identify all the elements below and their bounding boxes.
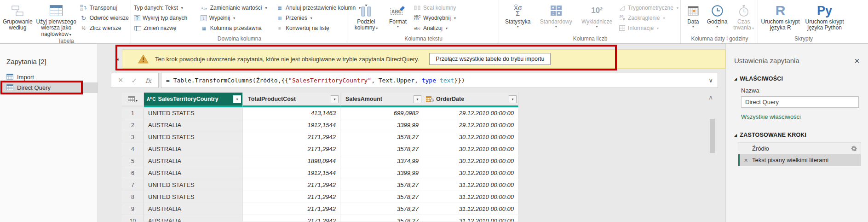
scroll-up-icon[interactable]: ∧ (708, 93, 713, 101)
group-by-button[interactable]: Grupowanie według (3, 1, 33, 31)
table-row[interactable]: 8 UNITED STATES 2171,2942 3578,27 31.12.… (122, 191, 518, 203)
cell-date[interactable]: 30.12.2010 00:00:00 (423, 143, 518, 155)
cell-date[interactable]: 30.12.2010 00:00:00 (423, 131, 518, 143)
filter-dropdown-button[interactable]: ▾ (233, 95, 241, 103)
applied-step-source[interactable]: Źródło (738, 143, 861, 154)
scientific-button[interactable]: 10² Wykładnicze ▾ (578, 1, 615, 28)
count-rows-button[interactable]: ½ Zlicz wiersze (80, 24, 129, 32)
applied-step-uppercase[interactable]: × Tekst pisany wielkimi literami (738, 154, 861, 166)
cell-cost[interactable]: 413,1463 (243, 107, 340, 119)
table-row[interactable]: 2 AUSTRALIA 1912,1544 3399,99 29.12.2010… (122, 119, 518, 131)
cell-cost[interactable]: 2171,2942 (243, 143, 340, 155)
cell-amount[interactable]: 699,0982 (340, 107, 423, 119)
check-icon[interactable]: ✓ (131, 76, 137, 85)
run-python-script-button[interactable]: Py Uruchom skrypt języka Python (803, 1, 846, 31)
query-name-input[interactable] (741, 96, 859, 108)
table-row[interactable]: 10 AUSTRALIA 2171,2942 3578,27 31.12.201… (122, 215, 518, 222)
split-column-button[interactable]: Podziel kolumny▾ (350, 1, 382, 31)
replace-values-button[interactable]: ¹↓₂ Zamienianie wartości ▾ (201, 4, 273, 12)
transpose-button[interactable]: Transponuj (80, 4, 129, 12)
cell-cost[interactable]: 2171,2942 (243, 179, 340, 191)
cell-amount[interactable]: 3578,27 (340, 203, 423, 215)
cell-country[interactable]: AUSTRALIA (144, 215, 243, 222)
standard-button[interactable]: Standardowy ▾ (536, 1, 575, 28)
filter-dropdown-button[interactable]: ▾ (509, 95, 517, 103)
cell-amount[interactable]: 3399,99 (340, 119, 423, 131)
cell-date[interactable]: 29.12.2010 00:00:00 (423, 107, 518, 119)
information-button[interactable]: Informacje ▾ (618, 24, 678, 32)
cell-amount[interactable]: 3578,27 (340, 179, 423, 191)
select-all-corner[interactable]: ▾ (122, 93, 144, 107)
statistics-button[interactable]: X̄σΣ Statystyka ▾ (502, 1, 534, 28)
filter-dropdown-button[interactable]: ▾ (331, 95, 339, 103)
use-first-row-button[interactable]: Użyj pierwszego wiersza jako nagłówków▾ (35, 1, 77, 37)
cell-date[interactable]: 31.12.2010 00:00:00 (423, 191, 518, 203)
convert-to-list-button[interactable]: ≡ Konwertuj na listę (276, 24, 345, 32)
switch-to-import-button[interactable]: Przełącz wszystkie tabele do trybu impor… (429, 53, 551, 65)
delete-step-icon[interactable]: × (740, 157, 752, 164)
expand-formula-icon[interactable]: ∨ (708, 77, 713, 84)
run-r-script-button[interactable]: R Uruchom skrypt języka R (761, 1, 800, 31)
trigonometry-button[interactable]: Trygonometryczne ▾ (618, 4, 678, 12)
query-item-direct-query[interactable]: Direct Query (0, 82, 98, 93)
properties-section-header[interactable]: ◢ WŁAŚCIWOŚCI (734, 76, 860, 82)
duration-button[interactable]: Czas trwania▾ (731, 1, 756, 31)
cell-country[interactable]: AUSTRALIA (144, 203, 243, 215)
cell-date[interactable]: 30.12.2010 00:00:00 (423, 155, 518, 167)
table-row[interactable]: 7 UNITED STATES 2171,2942 3578,27 31.12.… (122, 179, 518, 191)
cell-cost[interactable]: 2171,2942 (243, 191, 340, 203)
close-icon[interactable]: × (854, 57, 860, 64)
pivot-column-button[interactable]: ▦ Kolumna przestawna (201, 24, 273, 32)
cell-country[interactable]: UNITED STATES (144, 191, 243, 203)
column-header-salesterritorycountry[interactable]: ABC SalesTerritoryCountry ▾ (144, 93, 243, 107)
cell-country[interactable]: UNITED STATES (144, 107, 243, 119)
table-row[interactable]: 5 AUSTRALIA 1898,0944 3374,99 30.12.2010… (122, 155, 518, 167)
cell-cost[interactable]: 2171,2942 (243, 203, 340, 215)
cell-cost[interactable]: 1912,1544 (243, 119, 340, 131)
move-button[interactable]: ▥ Przenieś ▾ (276, 14, 345, 22)
query-item-import[interactable]: Import (0, 72, 98, 82)
cell-country[interactable]: UNITED STATES (144, 179, 243, 191)
gear-icon[interactable] (851, 146, 857, 152)
cell-country[interactable]: AUSTRALIA (144, 119, 243, 131)
fx-icon[interactable]: fx (145, 77, 151, 84)
vertical-scrollbar-thumb[interactable] (710, 119, 715, 153)
cell-cost[interactable]: 1898,0944 (243, 155, 340, 167)
column-header-totalproductcost[interactable]: TotalProductCost ▾ (243, 93, 340, 107)
all-properties-link[interactable]: Wszystkie właściwości (741, 113, 801, 120)
table-row[interactable]: 3 UNITED STATES 2171,2942 3578,27 30.12.… (122, 131, 518, 143)
cell-cost[interactable]: 2171,2942 (243, 131, 340, 143)
cell-date[interactable]: 31.12.2010 00:00:00 (423, 203, 518, 215)
filter-dropdown-button[interactable]: ▾ (414, 95, 421, 103)
applied-steps-section-header[interactable]: ◢ ZASTOSOWANE KROKI (734, 132, 860, 138)
table-row[interactable]: 4 AUSTRALIA 2171,2942 3578,27 30.12.2010… (122, 143, 518, 155)
reverse-rows-button[interactable]: ↻ Odwróć wiersze (80, 14, 129, 22)
rounding-button[interactable]: .00→.0 Zaokrąglenie ▾ (618, 14, 678, 22)
cell-amount[interactable]: 3578,27 (340, 191, 423, 203)
cell-country[interactable]: UNITED STATES (144, 131, 243, 143)
cell-date[interactable]: 30.12.2010 00:00:00 (423, 167, 518, 179)
formula-input[interactable]: = Table.TransformColumns(Źródło,{{"Sales… (161, 73, 718, 88)
cancel-icon[interactable]: × (118, 76, 123, 85)
table-row[interactable]: 6 AUSTRALIA 1912,1544 3399,99 30.12.2010… (122, 167, 518, 179)
merge-columns-button[interactable]: Scal kolumny (414, 4, 473, 12)
cell-date[interactable]: 31.12.2010 00:00:00 (423, 215, 518, 222)
cell-amount[interactable]: 3578,27 (340, 143, 423, 155)
column-header-orderdate[interactable]: OrderDate ▾ (423, 93, 518, 107)
cell-amount[interactable]: 3578,27 (340, 215, 423, 222)
date-button[interactable]: Data ▾ (684, 1, 703, 28)
cell-amount[interactable]: 3399,99 (340, 167, 423, 179)
cell-date[interactable]: 31.12.2010 00:00:00 (423, 179, 518, 191)
extract-button[interactable]: ABC123 Wyodrębnij ▾ (414, 14, 473, 22)
fill-button[interactable]: ↓ Wypełnij ▾ (201, 14, 273, 22)
rename-button[interactable]: Zmień nazwę (134, 24, 198, 32)
cell-cost[interactable]: 1912,1544 (243, 167, 340, 179)
cell-country[interactable]: AUSTRALIA (144, 143, 243, 155)
parse-button[interactable]: abc Analizuj ▾ (414, 24, 473, 32)
collapse-pane-icon[interactable]: ◂ (116, 56, 119, 62)
data-type-button[interactable]: Typ danych: Tekst ▾ (134, 4, 198, 12)
cell-country[interactable]: AUSTRALIA (144, 167, 243, 179)
cell-amount[interactable]: 3374,99 (340, 155, 423, 167)
cell-date[interactable]: 29.12.2010 00:00:00 (423, 119, 518, 131)
cell-cost[interactable]: 2171,2942 (243, 215, 340, 222)
